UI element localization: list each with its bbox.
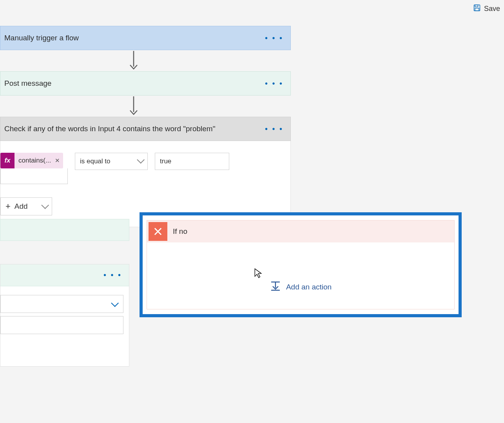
ellipsis-icon[interactable]: • • • (265, 34, 283, 42)
plus-icon: + (5, 201, 11, 212)
add-label: Add (15, 202, 28, 211)
condition-row: fx contains(... ✕ is equal to true (0, 153, 290, 184)
step-post-message[interactable]: Post message • • • (0, 71, 291, 96)
branch-yes-header[interactable] (0, 219, 129, 241)
insert-action-icon (270, 281, 281, 293)
value-text: true (160, 157, 171, 165)
top-toolbar: Save (0, 0, 504, 17)
x-icon (149, 222, 167, 241)
cursor-icon (254, 268, 263, 278)
operator-label: is equal to (80, 157, 111, 165)
save-icon (473, 4, 481, 14)
connector-arrow (128, 51, 140, 70)
ellipsis-icon[interactable]: • • • (265, 80, 283, 87)
expression-text: contains(... (15, 157, 55, 164)
action-dropdown[interactable] (0, 295, 123, 313)
chevron-down-icon (111, 299, 117, 309)
step-condition[interactable]: Check if any of the words in Input 4 con… (0, 117, 291, 141)
branch-no-header[interactable]: If no (147, 221, 454, 242)
step-condition-title: Check if any of the words in Input 4 con… (4, 125, 265, 133)
flow-canvas: Manually trigger a flow • • • Post messa… (0, 17, 504, 423)
step-trigger-title: Manually trigger a flow (4, 34, 265, 42)
chevron-down-icon (42, 202, 47, 211)
condition-operator-select[interactable]: is equal to (75, 153, 148, 170)
expression-pill[interactable]: fx contains(... ✕ (0, 153, 63, 168)
svg-rect-1 (475, 5, 478, 7)
save-label: Save (484, 5, 500, 13)
svg-rect-2 (475, 8, 479, 11)
operand-input[interactable] (0, 168, 68, 184)
add-condition-button[interactable]: + Add (0, 197, 52, 215)
save-button[interactable]: Save (473, 4, 500, 14)
action-text-input[interactable] (0, 316, 123, 334)
chevron-down-icon (137, 157, 143, 165)
add-action-button[interactable]: Add an action (270, 281, 332, 293)
condition-left-operand[interactable]: fx contains(... ✕ (0, 153, 68, 184)
add-action-label: Add an action (286, 283, 332, 291)
step-trigger[interactable]: Manually trigger a flow • • • (0, 26, 291, 50)
branch-no-title: If no (173, 227, 187, 236)
action-card-header[interactable]: • • • (0, 264, 129, 286)
fx-icon: fx (0, 153, 15, 168)
ellipsis-icon[interactable]: • • • (265, 125, 283, 133)
condition-value-input[interactable]: true (155, 153, 229, 170)
branch-no-card: If no Add an action (147, 220, 455, 309)
branch-yes-action-card: • • • (0, 264, 129, 367)
step-post-title: Post message (4, 79, 265, 88)
branch-no-highlight: If no Add an action (140, 212, 462, 317)
remove-expression-icon[interactable]: ✕ (55, 157, 60, 164)
branch-no-body: Add an action (147, 242, 454, 309)
ellipsis-icon[interactable]: • • • (103, 271, 122, 280)
connector-arrow (128, 96, 140, 116)
